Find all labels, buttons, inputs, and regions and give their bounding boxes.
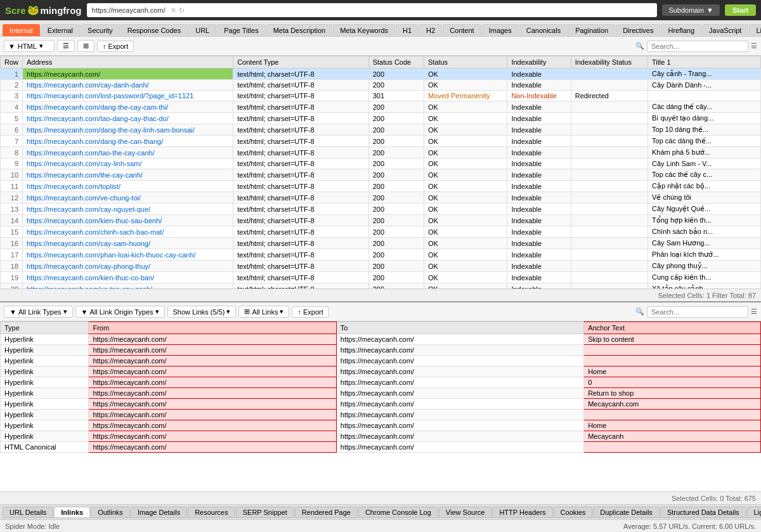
- footer-tab-cookies[interactable]: Cookies: [554, 507, 593, 518]
- show-links-filter[interactable]: Show Links (5/5) ▾: [167, 306, 237, 318]
- col-content-type[interactable]: Content Type: [233, 56, 369, 68]
- url-close-icon[interactable]: ✕: [171, 6, 176, 15]
- start-button[interactable]: Start: [725, 4, 756, 16]
- footer-tab-inlinks[interactable]: Inlinks: [54, 507, 90, 518]
- list-item[interactable]: Hyperlinkhttps://mecaycanh.com/https://m…: [1, 420, 761, 431]
- table-row[interactable]: 1https://mecaycanh.com/text/html; charse…: [1, 68, 761, 80]
- footer-tab-rendered-page[interactable]: Rendered Page: [295, 507, 358, 518]
- col-row[interactable]: Row: [1, 56, 23, 68]
- url-bar[interactable]: https://mecaycanh.com/ ✕ ↻: [87, 3, 658, 17]
- all-links-filter[interactable]: ⊞ All Links ▾: [238, 306, 289, 318]
- table-row[interactable]: 15https://mecaycanh.com/chinh-sach-bao-m…: [1, 226, 761, 238]
- table-row[interactable]: 19https://mecaycanh.com/kien-thuc-co-ban…: [1, 272, 761, 283]
- col-to[interactable]: To: [336, 322, 583, 334]
- list-item[interactable]: Hyperlinkhttps://mecaycanh.com/https://m…: [1, 410, 761, 420]
- list-item[interactable]: Hyperlinkhttps://mecaycanh.com/https://m…: [1, 377, 761, 388]
- table-row[interactable]: 6https://mecaycanh.com/dang-the-cay-linh…: [1, 124, 761, 136]
- footer-tab-outlinks[interactable]: Outlinks: [91, 507, 130, 518]
- tab-url[interactable]: URL: [188, 24, 216, 36]
- tab-security[interactable]: Security: [81, 24, 120, 36]
- tab-meta-description[interactable]: Meta Description: [266, 24, 333, 36]
- col-status[interactable]: Status: [424, 56, 507, 68]
- table-row[interactable]: 4https://mecaycanh.com/dang-the-cay-cam-…: [1, 101, 761, 113]
- footer-tab-view-source[interactable]: View Source: [439, 507, 492, 518]
- main-table: Row Address Content Type Status Code Sta…: [0, 56, 761, 289]
- table-row[interactable]: 12https://mecaycanh.com/ve-chung-toi/tex…: [1, 192, 761, 204]
- footer-tab-http-headers[interactable]: HTTP Headers: [492, 507, 552, 518]
- list-item[interactable]: Hyperlinkhttps://mecaycanh.com/https://m…: [1, 367, 761, 377]
- table-row[interactable]: 8https://mecaycanh.com/tao-the-cay-canh/…: [1, 147, 761, 159]
- table-row[interactable]: 5https://mecaycanh.com/tao-dang-cay-thac…: [1, 113, 761, 124]
- footer-tab-structured-data-details[interactable]: Structured Data Details: [660, 507, 746, 518]
- table-row[interactable]: 11https://mecaycanh.com/toplist/text/htm…: [1, 181, 761, 192]
- footer-tab-url-details[interactable]: URL Details: [3, 507, 53, 518]
- logo-frog: 🐸: [27, 4, 39, 16]
- footer-tab-chrome-console-log[interactable]: Chrome Console Log: [358, 507, 438, 518]
- list-item[interactable]: Hyperlinkhttps://mecaycanh.com/https://m…: [1, 345, 761, 356]
- tab-javascript[interactable]: JavaScript: [702, 24, 748, 36]
- col-type[interactable]: Type: [1, 322, 89, 334]
- subdomain-label: Subdomain: [668, 6, 704, 14]
- tab-links[interactable]: Links: [749, 24, 761, 36]
- list-item[interactable]: Hyperlinkhttps://mecaycanh.com/https://m…: [1, 431, 761, 442]
- col-title1[interactable]: Title 1: [648, 56, 761, 68]
- tab-pagination[interactable]: Pagination: [568, 24, 615, 36]
- export-button[interactable]: ↑ Export: [97, 41, 134, 52]
- search-input[interactable]: [647, 41, 748, 52]
- table-row[interactable]: 13https://mecaycanh.com/cay-nguyet-que/t…: [1, 204, 761, 215]
- tab-content[interactable]: Content: [443, 24, 481, 36]
- bottom-export-button[interactable]: ↑ Export: [292, 306, 328, 318]
- tab-h1[interactable]: H1: [396, 24, 419, 36]
- settings-icon[interactable]: ☰: [751, 42, 757, 50]
- table-row[interactable]: 14https://mecaycanh.com/kien-thuc-sau-be…: [1, 215, 761, 226]
- tab-images[interactable]: Images: [482, 24, 519, 36]
- footer-tab-serp-snippet[interactable]: SERP Snippet: [236, 507, 294, 518]
- col-indexability-status[interactable]: Indexability Status: [571, 56, 647, 68]
- table-row[interactable]: 20https://mecaycanh.com/xa-tan-cay-canh/…: [1, 283, 761, 289]
- settings-icon[interactable]: ☰: [751, 308, 757, 316]
- tab-meta-keywords[interactable]: Meta Keywords: [333, 24, 395, 36]
- url-refresh-icon[interactable]: ↻: [179, 6, 185, 15]
- footer-tab-image-details[interactable]: Image Details: [131, 507, 187, 518]
- col-from[interactable]: From: [89, 322, 336, 334]
- footer-tab-duplicate-details[interactable]: Duplicate Details: [593, 507, 660, 518]
- list-item[interactable]: Hyperlinkhttps://mecaycanh.com/https://m…: [1, 388, 761, 399]
- tab-canonicals[interactable]: Canonicals: [519, 24, 568, 36]
- link-origin-filter[interactable]: ▼ All Link Origin Types ▾: [75, 306, 165, 318]
- list-item[interactable]: HTML Canonicalhttps://mecaycanh.com/http…: [1, 442, 761, 453]
- table-row[interactable]: 18https://mecaycanh.com/cay-phong-thuy/t…: [1, 261, 761, 272]
- list-item[interactable]: Hyperlinkhttps://mecaycanh.com/https://m…: [1, 399, 761, 410]
- bottom-table-wrapper[interactable]: Type From To Anchor Text Hyperlinkhttps:…: [0, 321, 761, 491]
- tab-response-codes[interactable]: Response Codes: [120, 24, 188, 36]
- list-item[interactable]: Hyperlinkhttps://mecaycanh.com/https://m…: [1, 356, 761, 367]
- list-item[interactable]: Hyperlinkhttps://mecaycanh.com/https://m…: [1, 334, 761, 345]
- table-row[interactable]: 3https://mecaycanh.com/lost-password/?pa…: [1, 91, 761, 101]
- show-links-label: Show Links (5/5): [173, 308, 225, 316]
- table-row[interactable]: 7https://mecaycanh.com/dang-the-can-than…: [1, 136, 761, 147]
- link-types-filter[interactable]: ▼ All Link Types ▾: [4, 306, 73, 318]
- col-status-code[interactable]: Status Code: [368, 56, 424, 68]
- footer-tab-lighthouse-details[interactable]: Lighthouse Details: [747, 507, 761, 518]
- tab-hreflang[interactable]: Hreflang: [661, 24, 701, 36]
- tab-internal[interactable]: Internal: [3, 24, 40, 36]
- arrow-icon: ▾: [280, 308, 283, 316]
- list-view-button[interactable]: ☰: [57, 40, 75, 52]
- col-anchor[interactable]: Anchor Text: [584, 322, 761, 334]
- footer-tab-resources[interactable]: Resources: [188, 507, 235, 518]
- subdomain-button[interactable]: Subdomain ▼: [662, 4, 720, 16]
- bottom-search-input[interactable]: [647, 306, 748, 318]
- table-row[interactable]: 17https://mecaycanh.com/phan-loai-kich-t…: [1, 249, 761, 261]
- tab-page-titles[interactable]: Page Titles: [217, 24, 265, 36]
- table-row[interactable]: 9https://mecaycanh.com/cay-linh-sam/text…: [1, 159, 761, 169]
- tab-external[interactable]: External: [41, 24, 80, 36]
- tab-h2[interactable]: H2: [419, 24, 442, 36]
- filter-dropdown[interactable]: ▼ HTML ▾: [4, 40, 55, 52]
- table-row[interactable]: 10https://mecaycanh.com/the-cay-canh/tex…: [1, 169, 761, 181]
- main-table-wrapper[interactable]: Row Address Content Type Status Code Sta…: [0, 56, 761, 289]
- sitemap-view-button[interactable]: ⊞: [77, 40, 94, 52]
- col-address[interactable]: Address: [23, 56, 233, 68]
- table-row[interactable]: 16https://mecaycanh.com/cay-sam-huong/te…: [1, 238, 761, 249]
- table-row[interactable]: 2https://mecaycanh.com/cay-danh-danh/tex…: [1, 80, 761, 91]
- tab-directives[interactable]: Directives: [616, 24, 660, 36]
- col-indexability[interactable]: Indexability: [507, 56, 571, 68]
